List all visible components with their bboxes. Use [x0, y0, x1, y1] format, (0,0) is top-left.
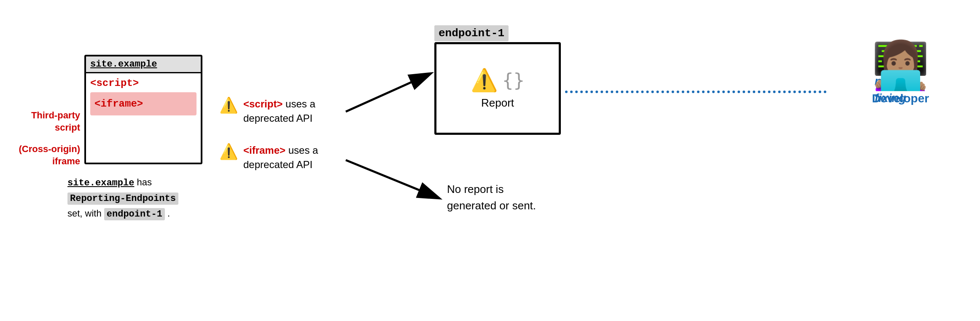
warning-icon-1: ⚠️ [219, 98, 238, 113]
script-tag-label: <script> [90, 78, 197, 89]
developer-emoji: 👩🏽‍💻 [872, 42, 929, 88]
site-example-code: site.example [67, 178, 134, 188]
developer-figure: 👩🏽‍💻 Developer [872, 42, 929, 105]
warning-iframe: ⚠️ <iframe> uses adeprecated API [219, 143, 318, 171]
warning-text-1: <script> uses adeprecated API [243, 97, 315, 125]
warning-text-2: <iframe> uses adeprecated API [243, 143, 318, 171]
endpoint-label-top: endpoint-1 [434, 25, 509, 41]
developer-label: Developer [872, 92, 929, 105]
endpoint-name-label: endpoint-1 [439, 27, 504, 40]
no-report-text: No report isgenerated or sent. [447, 181, 536, 214]
browser-title: site.example [90, 59, 157, 70]
warning-script: ⚠️ <script> uses adeprecated API [219, 97, 315, 125]
browser-titlebar: site.example [86, 56, 201, 73]
warning-icon-2: ⚠️ [219, 144, 238, 159]
endpoint-icons: ⚠️ {} [471, 67, 525, 93]
script-tag-warning: <script> [243, 98, 283, 110]
bottom-text-line1: site.example has [67, 177, 152, 187]
reporting-endpoints-code: Reporting-Endpoints [67, 193, 178, 205]
endpoint1-code: endpoint-1 [104, 208, 165, 220]
iframe-tag-warning: <iframe> [243, 144, 285, 156]
svg-line-1 [346, 74, 430, 112]
cross-origin-label: (Cross-origin)iframe [13, 143, 80, 167]
third-party-label: Third-partyscript [13, 110, 80, 134]
bottom-text-line3: set, with endpoint-1 . [67, 208, 170, 219]
bottom-text-block: site.example has Reporting-Endpoints set… [67, 175, 178, 222]
warning-triangle-icon: ⚠️ [471, 67, 498, 93]
diagram-container: site.example <script> <iframe> Third-par… [0, 0, 980, 321]
browser-body: <script> <iframe> [86, 73, 201, 120]
iframe-tag-label: <iframe> [90, 92, 197, 115]
json-braces-icon: {} [502, 70, 525, 91]
svg-line-2 [346, 160, 439, 198]
browser-box: site.example <script> <iframe> [84, 55, 202, 164]
endpoint-report-label: Report [481, 96, 514, 110]
dotted-connection-line [565, 91, 827, 93]
endpoint-box: ⚠️ {} Report [434, 42, 561, 135]
